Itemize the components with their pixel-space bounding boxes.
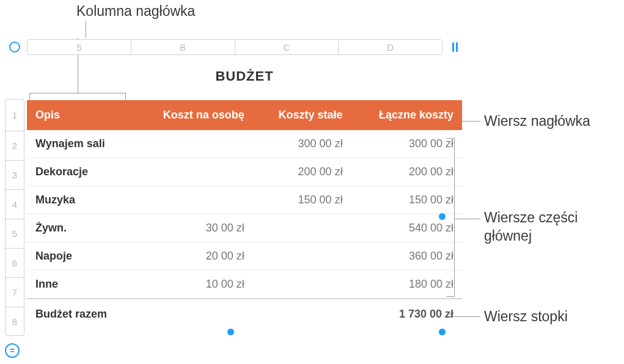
callout-header-column: Kolumna nagłówka [76, 2, 195, 21]
cell-fixed[interactable]: 300 00 zł [253, 130, 351, 158]
circle-icon [9, 42, 20, 53]
footer-total[interactable]: 1 730 00 zł [351, 299, 462, 329]
cell-desc[interactable]: Dekoracje [27, 158, 134, 186]
cell-fixed[interactable] [253, 242, 351, 271]
cell-per[interactable] [134, 130, 253, 158]
cell-per[interactable]: 10 00 zł [134, 271, 253, 299]
column-header-B[interactable]: B [131, 40, 235, 54]
add-column-handle[interactable] [445, 38, 464, 56]
cell-fixed[interactable] [253, 214, 351, 242]
row-header-strip[interactable]: 1 2 3 4 5 6 7 8 [5, 99, 24, 336]
callout-body-rows-line1: Wiersze części [484, 209, 578, 225]
row-header-2[interactable]: 2 [5, 131, 24, 160]
callout-line [86, 21, 86, 38]
cell-total[interactable]: 200 00 zł [351, 158, 462, 186]
header-row[interactable]: Opis Koszt na osobę Koszty stałe Łączne … [27, 100, 462, 130]
table-row[interactable]: Muzyka150 00 zł150 00 zł [27, 186, 462, 214]
cell-per[interactable] [134, 158, 253, 186]
header-fixed[interactable]: Koszty stałe [253, 100, 351, 130]
cell-fixed[interactable]: 150 00 zł [253, 186, 351, 214]
cell-total[interactable]: 150 00 zł [351, 186, 462, 214]
column-header-A[interactable]: 5 [28, 40, 131, 54]
select-all-handle[interactable] [5, 38, 24, 56]
row-header-7[interactable]: 7 [5, 277, 24, 307]
cell-total[interactable]: 360 00 zł [351, 242, 462, 271]
table-row[interactable]: Inne10 00 zł180 00 zł [27, 271, 462, 299]
row-header-4[interactable]: 4 [5, 189, 24, 219]
cell-desc[interactable]: Wynajem sali [27, 130, 134, 158]
cell-per[interactable] [134, 186, 253, 214]
column-header-C[interactable]: C [235, 40, 339, 54]
cell-total[interactable]: 300 00 zł [351, 130, 462, 158]
table-row[interactable]: Wynajem sali300 00 zł300 00 zł [27, 130, 462, 158]
cell-desc[interactable]: Inne [27, 271, 134, 299]
cell-per[interactable]: 30 00 zł [134, 214, 253, 242]
table-title[interactable]: BUDŻET [27, 56, 462, 100]
footer-fixed[interactable] [253, 299, 351, 329]
cell-desc[interactable]: Muzyka [27, 186, 134, 214]
row-header-6[interactable]: 6 [5, 248, 24, 277]
row-header-5[interactable]: 5 [5, 219, 24, 248]
cell-desc[interactable]: Żywn. [27, 214, 134, 242]
footer-desc[interactable]: Budżet razem [27, 299, 134, 329]
cell-fixed[interactable] [253, 271, 351, 299]
table-row[interactable]: Żywn.30 00 zł540 00 zł [27, 214, 462, 242]
row-header-1[interactable]: 1 [5, 99, 24, 131]
callout-footer-row: Wiersz stopki [484, 308, 568, 326]
footer-row[interactable]: Budżet razem 1 730 00 zł [27, 299, 462, 329]
cell-total[interactable]: 540 00 zł [351, 214, 462, 242]
header-desc[interactable]: Opis [27, 100, 134, 130]
table-row[interactable]: Napoje20 00 zł360 00 zł [27, 242, 462, 271]
callout-header-row: Wiersz nagłówka [484, 112, 590, 131]
cell-per[interactable]: 20 00 zł [134, 242, 253, 271]
cell-desc[interactable]: Napoje [27, 242, 134, 271]
budget-table[interactable]: Opis Koszt na osobę Koszty stałe Łączne … [27, 100, 462, 329]
equals-icon: = [10, 346, 15, 355]
callout-body-rows-line2: głównej [484, 228, 532, 244]
row-header-8[interactable]: 8 [5, 307, 24, 336]
footer-per[interactable] [134, 299, 253, 329]
table-resize-handle-bottom[interactable] [227, 329, 234, 335]
add-row-handle[interactable]: = [5, 343, 20, 358]
row-header-3[interactable]: 3 [5, 160, 24, 189]
column-header-D[interactable]: D [339, 40, 442, 54]
callout-body-rows: Wiersze części głównej [484, 209, 578, 246]
table-row[interactable]: Dekoracje200 00 zł200 00 zł [27, 158, 462, 186]
cell-fixed[interactable]: 200 00 zł [253, 158, 351, 186]
table-resize-handle-right[interactable] [439, 213, 446, 220]
header-per[interactable]: Koszt na osobę [134, 100, 253, 130]
cell-total[interactable]: 180 00 zł [351, 271, 462, 299]
header-total[interactable]: Łączne koszty [351, 100, 462, 130]
table-resize-handle-corner[interactable] [439, 329, 446, 335]
column-header-strip[interactable]: 5 B C D [27, 39, 442, 55]
columns-icon [452, 42, 458, 52]
